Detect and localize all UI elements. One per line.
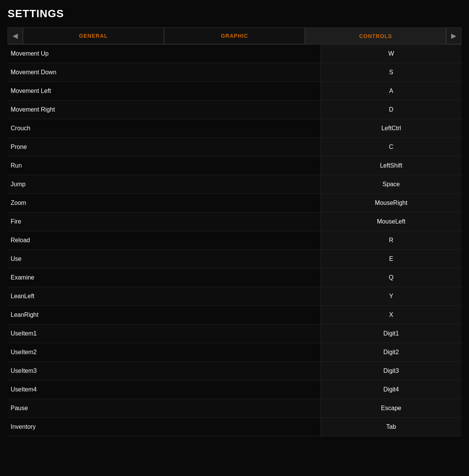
control-action-label: LeanRight <box>8 307 321 323</box>
table-row: UseItem4Digit4 <box>8 380 461 399</box>
tab-graphic-button[interactable]: GRAPHIC <box>164 27 305 44</box>
table-row: Movement RightD <box>8 101 461 119</box>
control-key-binding[interactable]: C <box>321 138 461 156</box>
control-action-label: Fire <box>8 214 321 230</box>
control-key-binding[interactable]: Y <box>321 287 461 305</box>
page-title: SETTINGS <box>8 8 461 20</box>
tabs-container: ◀ GENERAL GRAPHIC CONTROLS ▶ <box>8 27 461 45</box>
control-action-label: Zoom <box>8 195 321 211</box>
control-key-binding[interactable]: Q <box>321 268 461 287</box>
table-row: LeanRightX <box>8 306 461 324</box>
control-action-label: Examine <box>8 270 321 286</box>
table-row: PauseEscape <box>8 399 461 418</box>
control-key-binding[interactable]: MouseLeft <box>321 212 461 231</box>
table-row: FireMouseLeft <box>8 212 461 231</box>
table-row: LeanLeftY <box>8 287 461 306</box>
control-key-binding[interactable]: MouseRight <box>321 194 461 212</box>
tab-nav-left-button[interactable]: ◀ <box>8 27 23 44</box>
control-key-binding[interactable]: S <box>321 63 461 81</box>
control-key-binding[interactable]: E <box>321 250 461 268</box>
control-action-label: Crouch <box>8 120 321 136</box>
table-row: UseItem3Digit3 <box>8 362 461 380</box>
control-action-label: Movement Down <box>8 64 321 80</box>
control-key-binding[interactable]: Digit3 <box>321 362 461 380</box>
table-row: ExamineQ <box>8 268 461 287</box>
table-row: UseItem1Digit1 <box>8 324 461 343</box>
control-key-binding[interactable]: Tab <box>321 418 461 436</box>
table-row: RunLeftShift <box>8 157 461 175</box>
table-row: Movement LeftA <box>8 82 461 101</box>
control-action-label: Use <box>8 251 321 267</box>
control-action-label: Reload <box>8 232 321 248</box>
controls-list: Movement UpWMovement DownSMovement LeftA… <box>8 45 461 436</box>
control-action-label: Movement Left <box>8 83 321 99</box>
tab-general-button[interactable]: GENERAL <box>23 27 164 44</box>
control-action-label: UseItem3 <box>8 363 321 379</box>
control-key-binding[interactable]: LeftShift <box>321 157 461 175</box>
control-key-binding[interactable]: X <box>321 306 461 324</box>
table-row: Movement DownS <box>8 63 461 82</box>
control-action-label: UseItem2 <box>8 344 321 360</box>
control-key-binding[interactable]: A <box>321 82 461 100</box>
control-key-binding[interactable]: D <box>321 101 461 119</box>
table-row: UseE <box>8 250 461 268</box>
control-key-binding[interactable]: Digit4 <box>321 380 461 399</box>
control-action-label: Inventory <box>8 419 321 435</box>
control-action-label: Run <box>8 158 321 174</box>
control-key-binding[interactable]: Escape <box>321 399 461 417</box>
control-key-binding[interactable]: Digit1 <box>321 324 461 343</box>
table-row: UseItem2Digit2 <box>8 343 461 362</box>
control-key-binding[interactable]: W <box>321 45 461 63</box>
table-row: Movement UpW <box>8 45 461 63</box>
control-action-label: Movement Up <box>8 46 321 62</box>
control-action-label: LeanLeft <box>8 288 321 304</box>
control-action-label: Movement Right <box>8 102 321 118</box>
control-action-label: Prone <box>8 139 321 155</box>
table-row: InventoryTab <box>8 418 461 436</box>
control-action-label: UseItem4 <box>8 382 321 398</box>
page-container: SETTINGS ◀ GENERAL GRAPHIC CONTROLS ▶ Mo… <box>0 0 469 444</box>
table-row: ProneC <box>8 138 461 157</box>
control-key-binding[interactable]: Digit2 <box>321 343 461 361</box>
control-action-label: UseItem1 <box>8 326 321 342</box>
control-action-label: Jump <box>8 176 321 192</box>
control-key-binding[interactable]: Space <box>321 175 461 193</box>
tab-controls-button[interactable]: CONTROLS <box>305 27 446 44</box>
table-row: ZoomMouseRight <box>8 194 461 212</box>
control-key-binding[interactable]: R <box>321 231 461 249</box>
table-row: ReloadR <box>8 231 461 250</box>
table-row: CrouchLeftCtrl <box>8 119 461 138</box>
control-action-label: Pause <box>8 400 321 416</box>
tab-nav-right-button[interactable]: ▶ <box>446 27 461 44</box>
control-key-binding[interactable]: LeftCtrl <box>321 119 461 137</box>
table-row: JumpSpace <box>8 175 461 194</box>
